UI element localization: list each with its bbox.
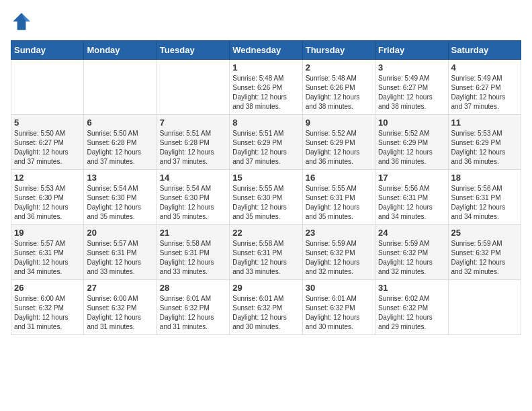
calendar-cell: 18Sunrise: 5:56 AM Sunset: 6:31 PM Dayli… xyxy=(448,170,521,225)
day-number: 15 xyxy=(232,173,299,183)
calendar-cell xyxy=(11,60,84,115)
calendar-cell: 2Sunrise: 5:48 AM Sunset: 6:26 PM Daylig… xyxy=(302,60,375,115)
calendar-cell: 6Sunrise: 5:50 AM Sunset: 6:28 PM Daylig… xyxy=(84,115,157,170)
day-number: 6 xyxy=(87,118,153,128)
calendar-cell: 30Sunrise: 6:01 AM Sunset: 6:32 PM Dayli… xyxy=(302,280,375,335)
calendar-cell: 19Sunrise: 5:57 AM Sunset: 6:31 PM Dayli… xyxy=(11,225,84,280)
day-number: 19 xyxy=(14,228,81,238)
day-info: Sunrise: 5:48 AM Sunset: 6:26 PM Dayligh… xyxy=(306,74,372,111)
calendar-cell: 31Sunrise: 6:02 AM Sunset: 6:32 PM Dayli… xyxy=(375,280,448,335)
weekday-header: Sunday xyxy=(11,41,84,60)
calendar-cell: 16Sunrise: 5:55 AM Sunset: 6:31 PM Dayli… xyxy=(302,170,375,225)
calendar-cell: 20Sunrise: 5:57 AM Sunset: 6:31 PM Dayli… xyxy=(84,225,157,280)
day-info: Sunrise: 5:58 AM Sunset: 6:31 PM Dayligh… xyxy=(232,239,299,277)
day-info: Sunrise: 5:59 AM Sunset: 6:32 PM Dayligh… xyxy=(306,239,372,277)
day-info: Sunrise: 5:48 AM Sunset: 6:26 PM Dayligh… xyxy=(232,74,299,111)
day-number: 12 xyxy=(14,173,81,183)
calendar-cell: 11Sunrise: 5:53 AM Sunset: 6:29 PM Dayli… xyxy=(448,115,521,170)
weekday-header: Thursday xyxy=(302,41,375,60)
day-info: Sunrise: 5:55 AM Sunset: 6:31 PM Dayligh… xyxy=(306,184,372,222)
day-number: 29 xyxy=(232,283,299,293)
calendar-cell xyxy=(84,60,157,115)
weekday-header: Friday xyxy=(375,41,448,60)
weekday-header: Monday xyxy=(84,41,157,60)
day-info: Sunrise: 5:52 AM Sunset: 6:29 PM Dayligh… xyxy=(378,129,445,167)
calendar-cell: 24Sunrise: 5:59 AM Sunset: 6:32 PM Dayli… xyxy=(375,225,448,280)
weekday-header: Saturday xyxy=(448,41,521,60)
calendar-cell: 28Sunrise: 6:01 AM Sunset: 6:32 PM Dayli… xyxy=(157,280,229,335)
day-info: Sunrise: 5:57 AM Sunset: 6:31 PM Dayligh… xyxy=(87,239,153,277)
logo xyxy=(11,11,35,32)
day-number: 28 xyxy=(160,283,226,293)
page-header xyxy=(11,11,521,32)
day-number: 8 xyxy=(232,118,299,128)
calendar-cell: 21Sunrise: 5:58 AM Sunset: 6:31 PM Dayli… xyxy=(157,225,229,280)
day-number: 17 xyxy=(378,173,445,183)
day-info: Sunrise: 6:00 AM Sunset: 6:32 PM Dayligh… xyxy=(87,294,153,332)
calendar-cell: 27Sunrise: 6:00 AM Sunset: 6:32 PM Dayli… xyxy=(84,280,157,335)
logo-icon xyxy=(11,11,32,32)
calendar-cell: 22Sunrise: 5:58 AM Sunset: 6:31 PM Dayli… xyxy=(230,225,302,280)
calendar-cell: 5Sunrise: 5:50 AM Sunset: 6:27 PM Daylig… xyxy=(11,115,84,170)
weekday-header: Tuesday xyxy=(157,41,229,60)
day-number: 16 xyxy=(306,173,372,183)
day-number: 9 xyxy=(306,118,372,128)
day-number: 31 xyxy=(378,283,445,293)
day-info: Sunrise: 5:56 AM Sunset: 6:31 PM Dayligh… xyxy=(451,184,518,222)
day-number: 14 xyxy=(160,173,226,183)
day-info: Sunrise: 5:51 AM Sunset: 6:29 PM Dayligh… xyxy=(232,129,299,167)
day-info: Sunrise: 6:01 AM Sunset: 6:32 PM Dayligh… xyxy=(232,294,299,332)
day-number: 20 xyxy=(87,228,153,238)
day-info: Sunrise: 5:59 AM Sunset: 6:32 PM Dayligh… xyxy=(378,239,445,277)
day-info: Sunrise: 5:59 AM Sunset: 6:32 PM Dayligh… xyxy=(451,239,518,277)
calendar-cell: 23Sunrise: 5:59 AM Sunset: 6:32 PM Dayli… xyxy=(302,225,375,280)
day-number: 22 xyxy=(232,228,299,238)
calendar-cell: 1Sunrise: 5:48 AM Sunset: 6:26 PM Daylig… xyxy=(230,60,302,115)
day-number: 13 xyxy=(87,173,153,183)
day-info: Sunrise: 5:53 AM Sunset: 6:30 PM Dayligh… xyxy=(14,184,81,222)
calendar-cell: 4Sunrise: 5:49 AM Sunset: 6:27 PM Daylig… xyxy=(448,60,521,115)
day-info: Sunrise: 5:50 AM Sunset: 6:28 PM Dayligh… xyxy=(87,129,153,167)
day-number: 30 xyxy=(306,283,372,293)
day-info: Sunrise: 5:56 AM Sunset: 6:31 PM Dayligh… xyxy=(378,184,445,222)
day-info: Sunrise: 5:54 AM Sunset: 6:30 PM Dayligh… xyxy=(160,184,226,222)
day-number: 24 xyxy=(378,228,445,238)
day-number: 1 xyxy=(232,62,299,73)
day-info: Sunrise: 6:01 AM Sunset: 6:32 PM Dayligh… xyxy=(306,294,372,332)
day-info: Sunrise: 5:58 AM Sunset: 6:31 PM Dayligh… xyxy=(160,239,226,277)
calendar-cell: 17Sunrise: 5:56 AM Sunset: 6:31 PM Dayli… xyxy=(375,170,448,225)
calendar-cell: 14Sunrise: 5:54 AM Sunset: 6:30 PM Dayli… xyxy=(157,170,229,225)
calendar-cell: 29Sunrise: 6:01 AM Sunset: 6:32 PM Dayli… xyxy=(230,280,302,335)
calendar-cell xyxy=(448,280,521,335)
day-info: Sunrise: 6:00 AM Sunset: 6:32 PM Dayligh… xyxy=(14,294,81,332)
calendar-cell: 8Sunrise: 5:51 AM Sunset: 6:29 PM Daylig… xyxy=(230,115,302,170)
calendar-cell: 9Sunrise: 5:52 AM Sunset: 6:29 PM Daylig… xyxy=(302,115,375,170)
day-number: 18 xyxy=(451,173,518,183)
day-info: Sunrise: 5:55 AM Sunset: 6:30 PM Dayligh… xyxy=(232,184,299,222)
calendar-cell: 12Sunrise: 5:53 AM Sunset: 6:30 PM Dayli… xyxy=(11,170,84,225)
day-info: Sunrise: 5:54 AM Sunset: 6:30 PM Dayligh… xyxy=(87,184,153,222)
calendar-cell: 10Sunrise: 5:52 AM Sunset: 6:29 PM Dayli… xyxy=(375,115,448,170)
day-info: Sunrise: 5:52 AM Sunset: 6:29 PM Dayligh… xyxy=(306,129,372,167)
calendar-cell: 13Sunrise: 5:54 AM Sunset: 6:30 PM Dayli… xyxy=(84,170,157,225)
day-number: 21 xyxy=(160,228,226,238)
day-number: 11 xyxy=(451,118,518,128)
day-info: Sunrise: 5:53 AM Sunset: 6:29 PM Dayligh… xyxy=(451,129,518,167)
day-number: 10 xyxy=(378,118,445,128)
calendar-cell: 7Sunrise: 5:51 AM Sunset: 6:28 PM Daylig… xyxy=(157,115,229,170)
day-info: Sunrise: 5:51 AM Sunset: 6:28 PM Dayligh… xyxy=(160,129,226,167)
day-number: 3 xyxy=(378,62,445,73)
weekday-header: Wednesday xyxy=(230,41,302,60)
day-number: 7 xyxy=(160,118,226,128)
day-number: 25 xyxy=(451,228,518,238)
day-number: 26 xyxy=(14,283,81,293)
day-info: Sunrise: 6:02 AM Sunset: 6:32 PM Dayligh… xyxy=(378,294,445,332)
calendar-cell: 26Sunrise: 6:00 AM Sunset: 6:32 PM Dayli… xyxy=(11,280,84,335)
calendar-table: SundayMondayTuesdayWednesdayThursdayFrid… xyxy=(11,40,521,335)
day-number: 27 xyxy=(87,283,153,293)
calendar-cell: 3Sunrise: 5:49 AM Sunset: 6:27 PM Daylig… xyxy=(375,60,448,115)
calendar-cell xyxy=(157,60,229,115)
day-info: Sunrise: 5:50 AM Sunset: 6:27 PM Dayligh… xyxy=(14,129,81,167)
day-number: 23 xyxy=(306,228,372,238)
calendar-cell: 25Sunrise: 5:59 AM Sunset: 6:32 PM Dayli… xyxy=(448,225,521,280)
